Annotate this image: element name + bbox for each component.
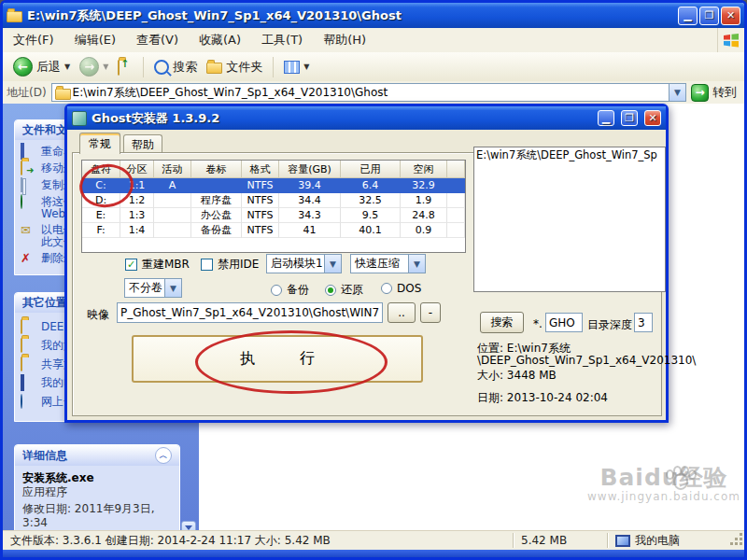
table-row[interactable]: E:1:3 办公盘 NTFS34.3 9.524.8 <box>82 208 465 223</box>
toolbar-separator <box>143 57 144 77</box>
partition-table: 盘符 分区 活动 卷标 格式 容量(GB) 已用 空闲 C:1:1 A NTFS… <box>81 160 466 253</box>
go-button[interactable]: → 转到 <box>691 84 740 102</box>
dialog-close-button[interactable]: ✕ <box>644 110 661 126</box>
move-icon: ➜ <box>21 162 35 175</box>
address-combo: ▼ <box>51 83 686 102</box>
no-split-dropdown[interactable]: 不分卷 ▼ <box>124 278 182 298</box>
chevron-down-icon: ▼ <box>408 255 425 273</box>
views-button[interactable]: ▼ <box>279 59 314 76</box>
collapse-icon[interactable]: ︿ <box>155 447 172 464</box>
forward-icon: → <box>79 57 99 77</box>
search-images-button[interactable]: 搜索 <box>480 312 524 333</box>
image-location-line2: \DEEP_Ghost_Win7_Sp1_x64_V201310\ <box>477 354 696 367</box>
dialog-minimize-button[interactable]: ▁ <box>598 110 614 126</box>
radio-on-icon <box>325 285 336 296</box>
dos-radio[interactable]: DOS <box>381 282 421 295</box>
table-row[interactable]: D:1:2 程序盘 NTFS34.4 32.51.9 <box>82 193 465 208</box>
chevron-down-icon: ▼ <box>164 279 181 297</box>
partition-table-header: 盘符 分区 活动 卷标 格式 容量(GB) 已用 空闲 <box>82 161 465 178</box>
checkbox-checked-icon: ✓ <box>125 259 137 271</box>
menu-help[interactable]: 帮助(H) <box>313 29 376 51</box>
image-date: 日期: 2013-10-24 02:04 <box>477 390 608 406</box>
folders-button[interactable]: 文件夹 <box>202 57 267 77</box>
up-button[interactable]: ↑ <box>113 59 137 76</box>
image-list[interactable]: E:\win7系统\DEEP_Ghost_Win7_Sp <box>473 147 666 292</box>
image-path-field <box>117 302 383 323</box>
rename-icon <box>21 146 35 159</box>
close-button[interactable]: ✕ <box>721 7 740 25</box>
dialog-maximize-button[interactable]: ❐ <box>621 110 638 126</box>
go-label: 转到 <box>712 84 737 101</box>
minimize-button[interactable]: ▁ <box>678 7 698 25</box>
menu-favorites[interactable]: 收藏(A) <box>189 29 251 51</box>
fast-compress-dropdown[interactable]: 快速压缩 ▼ <box>350 254 426 273</box>
toolbar-separator <box>273 57 274 77</box>
depth-field <box>634 313 653 332</box>
resize-grip[interactable] <box>731 534 744 547</box>
forward-button[interactable]: → ▼ <box>75 55 113 78</box>
window-bottom-border <box>3 550 744 557</box>
address-label: 地址(D) <box>7 85 47 101</box>
delete-icon: ✗ <box>21 252 35 265</box>
pattern-field <box>545 313 583 332</box>
remove-button[interactable]: - <box>420 302 441 323</box>
depth-input[interactable] <box>635 316 652 329</box>
browse-button[interactable]: .. <box>388 302 416 323</box>
publish-web-icon <box>21 196 35 209</box>
shared-folder-icon <box>21 358 35 371</box>
address-folder-icon <box>55 89 71 100</box>
menu-tools[interactable]: 工具(T) <box>251 29 313 51</box>
restore-radio[interactable]: 还原 <box>325 282 363 298</box>
menu-view[interactable]: 查看(V) <box>126 29 189 51</box>
network-icon <box>21 396 35 409</box>
status-zone: 我的电脑 <box>608 533 687 549</box>
execute-button[interactable]: 执 行 <box>132 335 423 383</box>
views-caret-icon: ▼ <box>303 63 309 71</box>
dialog-titlebar: Ghost安装器 1.3.9.2 ▁ ❐ ✕ <box>67 106 666 130</box>
boot-module-dropdown[interactable]: 启动模块1 ▼ <box>266 254 342 273</box>
list-item[interactable]: E:\win7系统\DEEP_Ghost_Win7_Sp <box>474 147 665 163</box>
search-button[interactable]: 搜索 <box>149 57 202 77</box>
back-button[interactable]: ← 后退 ▼ <box>8 55 75 78</box>
menu-bar: 文件(F) 编辑(E) 查看(V) 收藏(A) 工具(T) 帮助(H) <box>3 28 744 53</box>
content-area: 文件和文件夹任务 重命名这个文件 ➜ 移动这个文件 复制这个文件 <box>3 104 744 531</box>
backup-radio[interactable]: 备份 <box>271 282 309 298</box>
toolbar: ← 后退 ▼ → ▼ ↑ 搜索 文件夹 ▼ <box>3 52 744 82</box>
details-header[interactable]: 详细信息 ︿ <box>15 445 179 466</box>
ghost-installer-dialog: Ghost安装器 1.3.9.2 ▁ ❐ ✕ 常规 帮助 盘符 分区 活动 卷标… <box>64 104 669 423</box>
radio-off-icon <box>381 283 392 294</box>
address-dropdown-button[interactable]: ▼ <box>669 84 685 101</box>
details-modified: 修改日期: 2011年9月3日, <box>22 502 172 516</box>
copy-icon <box>21 179 35 192</box>
explorer-window: E:\win7系统\DEEP_Ghost_Win7_Sp1_x64_V20131… <box>0 0 747 560</box>
search-label: 搜索 <box>173 59 197 76</box>
image-path-input[interactable] <box>118 306 382 319</box>
go-icon: → <box>691 84 709 102</box>
search-icon <box>154 60 169 75</box>
back-caret-icon: ▼ <box>64 63 70 71</box>
window-titlebar: E:\win7系统\DEEP_Ghost_Win7_Sp1_x64_V20131… <box>3 3 744 28</box>
status-bar: 文件版本: 3.3.6.1 创建日期: 2014-2-24 11:17 大小: … <box>3 530 744 550</box>
pattern-prefix-label: *. <box>533 317 543 330</box>
pattern-input[interactable] <box>546 316 582 329</box>
views-icon <box>284 61 300 74</box>
tab-general[interactable]: 常规 <box>79 133 120 154</box>
menu-edit[interactable]: 编辑(E) <box>64 29 126 51</box>
address-bar: 地址(D) ▼ → 转到 <box>3 81 744 104</box>
window-title: E:\win7系统\DEEP_Ghost_Win7_Sp1_x64_V20131… <box>27 7 676 24</box>
back-icon: ← <box>13 57 33 77</box>
address-input[interactable] <box>71 85 669 100</box>
back-label: 后退 <box>36 59 61 76</box>
details-title: 详细信息 <box>22 448 67 464</box>
maximize-button[interactable]: ❐ <box>699 7 719 25</box>
menu-file[interactable]: 文件(F) <box>3 29 64 51</box>
folder-icon <box>7 11 22 22</box>
tab-help[interactable]: 帮助 <box>123 134 162 154</box>
table-row[interactable]: C:1:1 A NTFS39.4 6.432.9 <box>82 178 465 193</box>
table-row[interactable]: F:1:4 备份盘 NTFS41 40.10.9 <box>82 223 465 238</box>
image-label: 映像 <box>87 307 109 323</box>
rebuild-mbr-checkbox[interactable]: ✓ 重建MBR <box>125 257 190 273</box>
folders-icon <box>206 63 222 74</box>
disable-ide-checkbox[interactable]: 禁用IDE <box>201 257 259 273</box>
details-panel: 详细信息 ︿ 安装系统.exe 应用程序 修改日期: 2011年9月3日, 3:… <box>14 444 180 537</box>
